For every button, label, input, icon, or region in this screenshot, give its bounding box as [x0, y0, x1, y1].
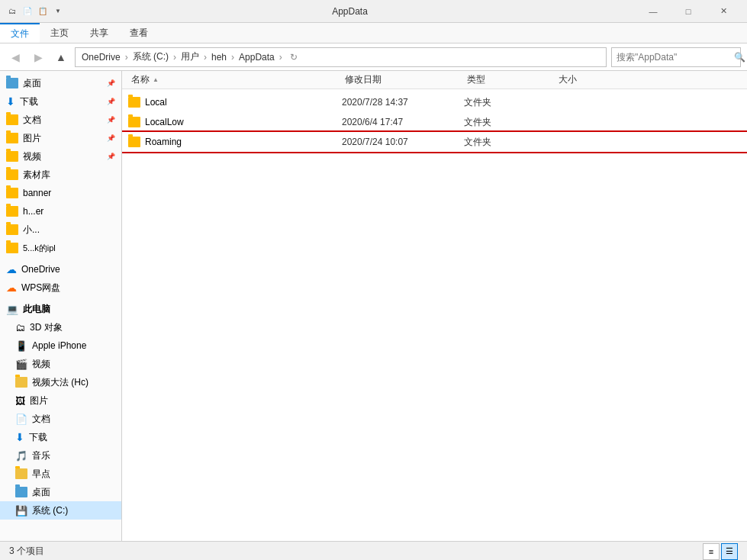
- tab-share[interactable]: 共享: [79, 23, 119, 43]
- sidebar: 桌面 📌 ⬇ 下载 📌 文档 📌 图片 📌 视频 📌 素材库: [0, 71, 122, 541]
- folder-icon: [6, 151, 18, 162]
- folder-icon: [128, 137, 140, 147]
- sidebar-item-docs-pinned[interactable]: 文档 📌: [0, 111, 121, 129]
- file-type: 文件夹: [464, 136, 555, 149]
- quick-access-icon2[interactable]: 📋: [37, 5, 49, 18]
- table-row-roaming[interactable]: Roaming 2020/7/24 10:07 文件夹: [122, 132, 747, 152]
- sidebar-item-docs2[interactable]: 📄 文档: [0, 410, 121, 428]
- pin-icon: 📌: [107, 153, 115, 160]
- sidebar-item-videomethod[interactable]: 视频大法 (Hc): [0, 373, 121, 391]
- search-box[interactable]: 🔍: [611, 47, 741, 67]
- sidebar-label: 素材库: [23, 169, 50, 182]
- sidebar-item-onedrive[interactable]: ☁ OneDrive: [0, 260, 121, 278]
- sidebar-item-videos-pinned[interactable]: 视频 📌: [0, 147, 121, 166]
- sidebar-label: 系统 (C:): [32, 504, 68, 517]
- sidebar-item-3d[interactable]: 🗂 3D 对象: [0, 318, 121, 336]
- quick-access-icon1[interactable]: 📄: [21, 5, 34, 18]
- file-name: Local: [145, 97, 167, 108]
- window-title: AppData: [64, 6, 636, 17]
- pin-icon: 📌: [107, 134, 115, 142]
- sidebar-item-small[interactable]: 小...: [0, 220, 121, 239]
- folder-icon: [15, 377, 27, 388]
- sidebar-item-systemc[interactable]: 💾 系统 (C:): [0, 501, 121, 520]
- breadcrumb-sep4: ›: [231, 52, 234, 63]
- file-date: 2020/7/24 10:07: [342, 137, 464, 147]
- folder-icon: [6, 243, 18, 253]
- forward-button[interactable]: ▶: [29, 48, 47, 66]
- folder-icon: [6, 133, 18, 143]
- sidebar-label: 视频大法 (Hc): [32, 376, 89, 389]
- breadcrumb-appdata: AppData: [239, 52, 275, 63]
- address-box[interactable]: OneDrive › 系统 (C:) › 用户 › heh › AppData …: [75, 47, 607, 67]
- file-name-cell: LocalLow: [128, 117, 342, 127]
- main-content: 桌面 📌 ⬇ 下载 📌 文档 📌 图片 📌 视频 📌 素材库: [0, 71, 747, 541]
- detail-view-button[interactable]: ☰: [721, 543, 738, 560]
- sidebar-item-pictures-pinned[interactable]: 图片 📌: [0, 129, 121, 147]
- refresh-icon[interactable]: ↻: [290, 52, 298, 63]
- search-icon[interactable]: 🔍: [734, 52, 745, 63]
- breadcrumb-drive: 系统 (C:): [133, 50, 169, 63]
- col-name-label: 名称: [131, 73, 150, 86]
- table-row[interactable]: Local 2020/7/28 14:37 文件夹: [122, 92, 747, 112]
- sidebar-item-her[interactable]: h...er: [0, 202, 121, 220]
- sidebar-label: 图片: [23, 132, 41, 145]
- sidebar-item-zaodian[interactable]: 早点: [0, 465, 121, 483]
- view-buttons: ≡ ☰: [703, 543, 738, 560]
- sidebar-pc-header[interactable]: 💻 此电脑: [0, 300, 121, 318]
- col-header-date[interactable]: 修改日期: [342, 73, 464, 86]
- download2-icon: ⬇: [15, 431, 24, 443]
- file-date: 2020/7/28 14:37: [342, 97, 464, 108]
- sidebar-item-sucailku[interactable]: 素材库: [0, 166, 121, 184]
- sidebar-label: 视频: [23, 150, 41, 163]
- minimize-button[interactable]: —: [636, 0, 671, 23]
- close-button[interactable]: ✕: [706, 0, 741, 23]
- sidebar-item-iphone[interactable]: 📱 Apple iPhone: [0, 336, 121, 355]
- maximize-button[interactable]: □: [671, 0, 706, 23]
- up-button[interactable]: ▲: [52, 48, 70, 66]
- sidebar-item-desktop-pinned[interactable]: 桌面 📌: [0, 74, 121, 92]
- sidebar-label: 3D 对象: [30, 321, 63, 334]
- sidebar-item-download-pinned[interactable]: ⬇ 下载 📌: [0, 92, 121, 111]
- sidebar-label: Apple iPhone: [32, 340, 86, 351]
- tab-file[interactable]: 文件: [0, 23, 40, 43]
- sidebar-item-wps[interactable]: ☁ WPS网盘: [0, 278, 121, 297]
- sidebar-item-music[interactable]: 🎵 音乐: [0, 446, 121, 465]
- ribbon: 文件 主页 共享 查看: [0, 23, 747, 43]
- download-icon: ⬇: [6, 95, 15, 108]
- col-header-name[interactable]: 名称 ▲: [128, 73, 342, 86]
- window-icon: 🗂: [6, 5, 18, 18]
- folder-blue-icon: [6, 78, 18, 89]
- col-header-size[interactable]: 大小: [555, 73, 617, 86]
- sidebar-item-banner[interactable]: banner: [0, 184, 121, 202]
- file-type: 文件夹: [464, 96, 555, 109]
- quick-access-dropdown[interactable]: ▼: [52, 5, 64, 18]
- folder-icon: [128, 97, 140, 108]
- back-button[interactable]: ◀: [6, 48, 24, 66]
- sidebar-item-desktop2[interactable]: 桌面: [0, 483, 121, 501]
- file-name-cell: Roaming: [128, 137, 342, 147]
- pin-icon: 📌: [107, 116, 115, 124]
- folder-icon: [6, 206, 18, 217]
- sidebar-item-ipl[interactable]: 5...k的ipl: [0, 239, 121, 257]
- folder-icon: [6, 169, 18, 180]
- table-row[interactable]: LocalLow 2020/6/4 17:47 文件夹: [122, 112, 747, 132]
- title-bar-icons: 🗂 📄 📋 ▼: [6, 5, 64, 18]
- sidebar-label: 桌面: [23, 77, 41, 90]
- sidebar-item-download2[interactable]: ⬇ 下载: [0, 428, 121, 446]
- col-header-type[interactable]: 类型: [464, 73, 555, 86]
- folder-icon: [6, 188, 18, 198]
- sidebar-item-pictures2[interactable]: 🖼 图片: [0, 391, 121, 410]
- pc-icon: 💻: [6, 304, 18, 315]
- file-list: Local 2020/7/28 14:37 文件夹 LocalLow 2020/…: [122, 89, 747, 155]
- sidebar-label: 文档: [32, 413, 50, 426]
- window-controls: — □ ✕: [636, 0, 741, 23]
- tab-home[interactable]: 主页: [40, 23, 79, 43]
- folder-icon: [15, 468, 27, 479]
- tab-view[interactable]: 查看: [119, 23, 159, 43]
- folder-icon: [6, 224, 18, 235]
- list-view-button[interactable]: ≡: [703, 543, 720, 560]
- cloud-icon: ☁: [6, 263, 17, 275]
- search-input[interactable]: [617, 52, 731, 63]
- sidebar-item-videos2[interactable]: 🎬 视频: [0, 355, 121, 373]
- breadcrumb-pc: OneDrive: [82, 52, 121, 63]
